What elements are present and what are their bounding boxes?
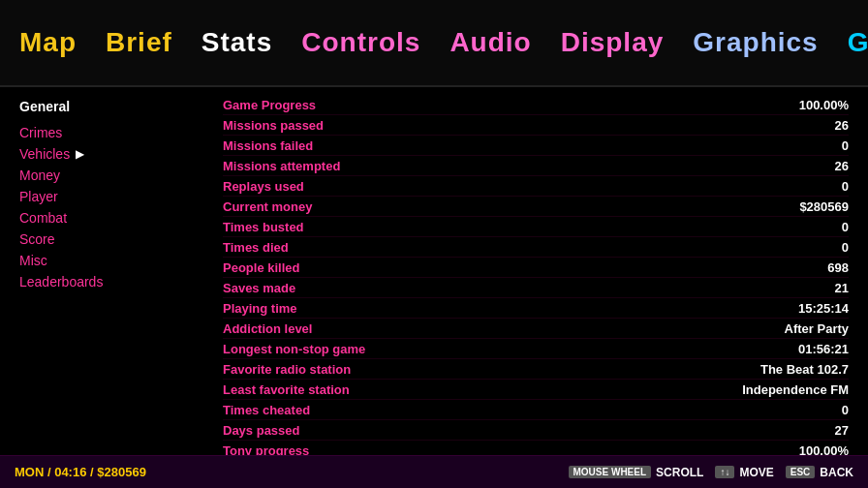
stat-label: Game Progress — [223, 98, 316, 112]
stat-label: Saves made — [223, 281, 295, 295]
sidebar-item-score[interactable]: Score — [19, 229, 194, 250]
stat-label: Tony progress — [223, 443, 309, 456]
table-row: Times busted0 — [223, 217, 849, 237]
stat-value: 21 — [835, 281, 849, 295]
stat-label: Current money — [223, 199, 312, 214]
sidebar-item-combat[interactable]: Combat — [19, 207, 194, 229]
table-row: Days passed27 — [223, 420, 849, 441]
table-row: Current money$280569 — [223, 197, 849, 217]
stat-value: 100.00% — [799, 98, 849, 112]
stat-label: Favorite radio station — [223, 362, 351, 377]
table-row: Missions passed26 — [223, 115, 849, 136]
table-row: Playing time15:25:14 — [223, 298, 849, 319]
sidebar-title: General — [19, 99, 194, 114]
nav-item-stats[interactable]: Stats — [202, 27, 272, 58]
stat-value: 15:25:14 — [798, 301, 849, 316]
footer-action-label: BACK — [820, 466, 853, 479]
stats-area: Game Progress100.00%Missions passed26Mis… — [213, 87, 868, 455]
table-row: Saves made21 — [223, 278, 849, 298]
footer-controls: MOUSE WHEELSCROLL↑↓MOVEESCBACK — [569, 466, 853, 479]
stat-value: 0 — [842, 138, 849, 153]
stat-value: Independence FM — [742, 382, 849, 397]
stat-value: 0 — [842, 179, 849, 194]
sidebar-item-player[interactable]: Player — [19, 186, 194, 207]
table-row: Longest non-stop game01:56:21 — [223, 339, 849, 359]
footer-control-back: ESCBACK — [786, 466, 853, 479]
table-row: Times cheated0 — [223, 400, 849, 420]
sidebar-item-vehicles[interactable]: Vehicles▶ — [19, 143, 194, 165]
nav-item-game[interactable]: Game — [848, 27, 868, 58]
table-row: People killed698 — [223, 258, 849, 278]
stat-value: The Beat 102.7 — [760, 362, 849, 377]
stat-value: 0 — [842, 240, 849, 255]
nav-item-audio[interactable]: Audio — [450, 27, 531, 58]
nav-item-display[interactable]: Display — [561, 27, 665, 58]
stat-label: Days passed — [223, 423, 300, 438]
footer-key: ↑↓ — [715, 466, 734, 478]
stat-value: 27 — [835, 423, 849, 438]
stat-value: 100.00% — [799, 443, 849, 456]
nav-item-brief[interactable]: Brief — [106, 27, 172, 58]
stat-label: People killed — [223, 260, 299, 275]
stat-label: Missions attempted — [223, 159, 340, 173]
main-content: General CrimesVehicles▶MoneyPlayerCombat… — [0, 87, 868, 455]
table-row: Replays used0 — [223, 176, 849, 197]
footer-action-label: MOVE — [739, 466, 773, 479]
table-row: Missions attempted26 — [223, 156, 849, 176]
footer-key: MOUSE WHEEL — [569, 466, 652, 478]
footer-control-move: ↑↓MOVE — [715, 466, 773, 479]
nav-item-graphics[interactable]: Graphics — [693, 27, 818, 58]
sidebar-item-leaderboards[interactable]: Leaderboards — [19, 271, 194, 292]
stat-label: Playing time — [223, 301, 297, 316]
table-row: Addiction levelAfter Party — [223, 319, 849, 339]
stat-value: 26 — [835, 159, 849, 173]
footer-control-scroll: MOUSE WHEELSCROLL — [569, 466, 704, 479]
stat-value: After Party — [785, 321, 849, 336]
stat-label: Replays used — [223, 179, 304, 194]
sidebar-item-money[interactable]: Money — [19, 165, 194, 186]
footer: MON / 04:16 / $280569 MOUSE WHEELSCROLL↑… — [0, 455, 868, 488]
nav-bar: MapBriefStatsControlsAudioDisplayGraphic… — [0, 0, 868, 87]
stat-value: $280569 — [799, 199, 849, 214]
stat-label: Addiction level — [223, 321, 312, 336]
table-row: Least favorite stationIndependence FM — [223, 380, 849, 400]
nav-item-map[interactable]: Map — [19, 27, 77, 58]
sidebar-arrow-icon: ▶ — [76, 147, 84, 161]
stat-value: 0 — [842, 403, 849, 417]
sidebar-item-crimes[interactable]: Crimes — [19, 122, 194, 143]
stat-label: Times busted — [223, 220, 304, 234]
stat-label: Missions passed — [223, 118, 324, 133]
sidebar-item-misc[interactable]: Misc — [19, 250, 194, 271]
footer-action-label: SCROLL — [656, 466, 703, 479]
table-row: Tony progress100.00% — [223, 441, 849, 455]
table-row: Missions failed0 — [223, 136, 849, 156]
stat-label: Least favorite station — [223, 382, 350, 397]
stat-label: Longest non-stop game — [223, 342, 365, 356]
table-row: Favorite radio stationThe Beat 102.7 — [223, 359, 849, 380]
stat-label: Missions failed — [223, 138, 313, 153]
table-row: Times died0 — [223, 237, 849, 258]
nav-item-controls[interactable]: Controls — [301, 27, 420, 58]
sidebar: General CrimesVehicles▶MoneyPlayerCombat… — [0, 87, 213, 455]
stat-value: 01:56:21 — [798, 342, 849, 356]
stat-value: 698 — [827, 260, 849, 275]
stat-label: Times died — [223, 240, 289, 255]
footer-key: ESC — [786, 466, 816, 478]
table-row: Game Progress100.00% — [223, 95, 849, 115]
footer-status: MON / 04:16 / $280569 — [15, 465, 146, 479]
stat-label: Times cheated — [223, 403, 310, 417]
stat-value: 0 — [842, 220, 849, 234]
stat-value: 26 — [835, 118, 849, 133]
